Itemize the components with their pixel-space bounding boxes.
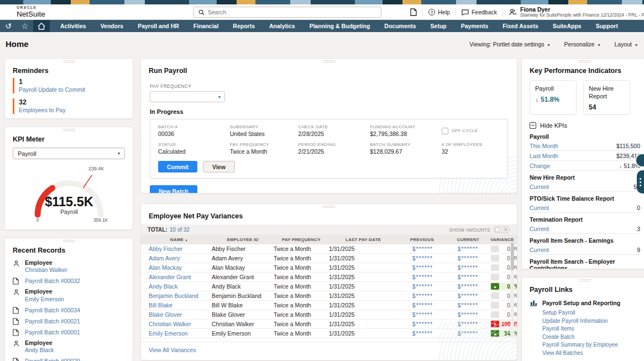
help-button[interactable]: ? Help	[428, 9, 450, 15]
employee-name-link[interactable]: Alan Mackay	[146, 264, 212, 271]
shortcuts-star-icon[interactable]: ☆	[17, 20, 33, 32]
reminder-item[interactable]: 32Employees to Pay	[13, 98, 125, 114]
table-scrollbar[interactable]	[511, 243, 514, 338]
nav-item-suiteapps[interactable]: SuiteApps	[546, 23, 589, 29]
kpi-row[interactable]: Last Month$239,411	[530, 151, 640, 161]
payroll-link-setup-payroll[interactable]: Setup Payroll	[542, 309, 640, 317]
kpi-card-new-hire[interactable]: New Hire Report 54	[583, 80, 630, 114]
recent-record-item[interactable]: Payroll Batch #00001	[5, 327, 133, 338]
nav-item-vendors[interactable]: Vendors	[93, 23, 130, 29]
personalize-dropdown[interactable]: Personalize▾	[564, 41, 600, 48]
kpi-row-label[interactable]: Current	[530, 205, 549, 211]
column-header-last-pay-date[interactable]: LAST PAY DATE	[329, 237, 397, 242]
layout-dropdown[interactable]: Layout▾	[614, 41, 637, 48]
kpi-row-label[interactable]: Current	[530, 247, 549, 253]
side-panel-handle[interactable]	[637, 170, 644, 193]
column-header-current[interactable]: CURRENT	[445, 237, 490, 242]
column-header-previous[interactable]: PREVIOUS	[397, 237, 445, 242]
viewing-dropdown[interactable]: Viewing: Portlet date settings▾	[469, 41, 549, 48]
recent-record-item[interactable]: Payroll Batch #00021	[5, 316, 133, 327]
kpi-row-label[interactable]: Last Month	[530, 153, 558, 159]
kpi-row[interactable]: Current54	[530, 182, 640, 192]
user-menu[interactable]: Fiona Dyer Stairway for SuitePeople with…	[509, 6, 644, 18]
reminder-link[interactable]: Payroll Update to Commit	[19, 86, 125, 93]
reminder-item[interactable]: 1Payroll Update to Commit	[13, 78, 125, 93]
payroll-link-update-payroll-information[interactable]: Update Payroll Information	[542, 317, 640, 326]
employee-name-link[interactable]: Bill Blake	[146, 302, 212, 308]
record-link[interactable]: Payroll Batch #00029	[25, 357, 80, 361]
payroll-link-payroll-summary-by-employee[interactable]: Payroll Summary by Employee	[542, 341, 640, 349]
nav-item-activities[interactable]: Activities	[53, 23, 93, 29]
view-button[interactable]: View	[203, 161, 235, 172]
employee-name-link[interactable]: Emily Emerson	[146, 330, 212, 337]
new-batch-button[interactable]: New Batch	[150, 185, 197, 193]
employee-name-link[interactable]: Blake Glover	[146, 311, 212, 318]
recent-record-item[interactable]: EmployeeEmily Emerson	[5, 286, 133, 304]
nav-item-fixed-assets[interactable]: Fixed Assets	[495, 23, 545, 29]
column-header-variance[interactable]: VARIANCE	[490, 237, 517, 242]
variance-percent: 0.7%	[501, 284, 517, 290]
nav-item-reports[interactable]: Reports	[226, 23, 262, 29]
record-link[interactable]: Payroll Batch #00032	[25, 277, 80, 285]
record-link[interactable]: Payroll Batch #00034	[25, 306, 80, 314]
kpi-row[interactable]: Current9	[530, 245, 640, 255]
nav-item-planning-budgeting[interactable]: Planning & Budgeting	[302, 23, 378, 29]
field-value: United States	[230, 130, 299, 137]
kpi-row[interactable]: Current3	[530, 224, 640, 234]
recent-record-item[interactable]: EmployeeChristian Walker	[5, 258, 133, 275]
recent-record-item[interactable]: Payroll Batch #00029	[5, 355, 133, 361]
kpi-row-label[interactable]: This Month	[530, 143, 558, 149]
home-icon[interactable]	[33, 20, 50, 32]
variance-percent: 0.0%	[501, 255, 517, 261]
kpi-row[interactable]: This Month$115,500	[530, 141, 640, 151]
column-header-pay-frequency[interactable]: PAY FREQUENCY	[274, 237, 329, 242]
kpi-row[interactable]: Current0	[530, 203, 640, 213]
quick-add-button[interactable]	[410, 8, 417, 16]
kpi-row-label[interactable]: Change	[530, 163, 550, 169]
employee-name-link[interactable]: Alexander Grant	[146, 274, 212, 280]
recent-record-item[interactable]: EmployeeAndy Black	[5, 338, 133, 355]
nav-item-payments[interactable]: Payments	[454, 23, 496, 29]
record-link[interactable]: Payroll Batch #00001	[25, 328, 80, 336]
global-search-input[interactable]: Search	[193, 7, 381, 18]
pay-frequency-select[interactable]: ▾	[150, 91, 225, 102]
portlet-title: Employee Net Pay Variances	[141, 208, 517, 223]
nav-item-setup[interactable]: Setup	[423, 23, 454, 29]
record-link[interactable]: Andy Black	[25, 347, 54, 354]
employee-name-link[interactable]: Christian Walker	[146, 321, 212, 327]
column-header-employee-id[interactable]: EMPLOYEE ID	[212, 237, 274, 242]
payroll-link-create-batch[interactable]: Create Batch	[542, 333, 640, 342]
nav-item-documents[interactable]: Documents	[377, 23, 423, 29]
employee-name-link[interactable]: Benjamin Buckland	[146, 292, 212, 299]
record-link[interactable]: Christian Walker	[25, 266, 67, 274]
off-cycle-checkbox[interactable]	[442, 128, 448, 134]
kpi-select[interactable]: Payroll ▾	[13, 148, 125, 159]
recent-record-item[interactable]: Payroll Batch #00032	[5, 275, 133, 286]
reminder-link[interactable]: Employees to Pay	[19, 107, 125, 113]
nav-item-payroll-and-hr[interactable]: Payroll and HR	[130, 23, 186, 29]
view-all-variances-link[interactable]: View All Variances	[141, 342, 517, 358]
record-link[interactable]: Emily Emerson	[25, 296, 64, 303]
show-amounts-toggle[interactable]: ✕	[494, 226, 510, 233]
payroll-link-payroll-items[interactable]: Payroll Items	[542, 325, 640, 333]
kpi-card-payroll[interactable]: Payroll ↓ 51.8%	[530, 80, 577, 114]
nav-item-analytics[interactable]: Analytics	[262, 23, 302, 29]
payroll-link-view-all-batches[interactable]: View All Batches	[542, 349, 640, 358]
netsuite-logo[interactable]: ORACLE NetSuite	[17, 6, 45, 18]
nav-item-support[interactable]: Support	[589, 23, 625, 29]
kpi-row-label[interactable]: Current	[530, 226, 549, 232]
kpi-row-label[interactable]: Current	[530, 184, 549, 190]
recent-record-item[interactable]: Payroll Batch #00034	[5, 305, 133, 316]
commit-button[interactable]: Commit	[158, 161, 197, 172]
record-link[interactable]: Payroll Batch #00021	[25, 317, 80, 325]
recent-history-icon[interactable]: ↺	[0, 20, 17, 32]
scrollbar-thumb[interactable]	[511, 243, 514, 270]
hide-kpis-button[interactable]: Hide KPIs	[530, 122, 640, 129]
kpi-row[interactable]: Change↓51.8%	[530, 161, 640, 171]
employee-name-link[interactable]: Abby Fischer	[146, 245, 212, 252]
employee-name-link[interactable]: Adam Avery	[146, 255, 212, 261]
feedback-button[interactable]: Feedback	[462, 9, 497, 15]
column-header-name[interactable]: NAME▲	[146, 237, 212, 242]
employee-name-link[interactable]: Andy Black	[146, 283, 212, 290]
nav-item-financial[interactable]: Financial	[186, 23, 226, 29]
